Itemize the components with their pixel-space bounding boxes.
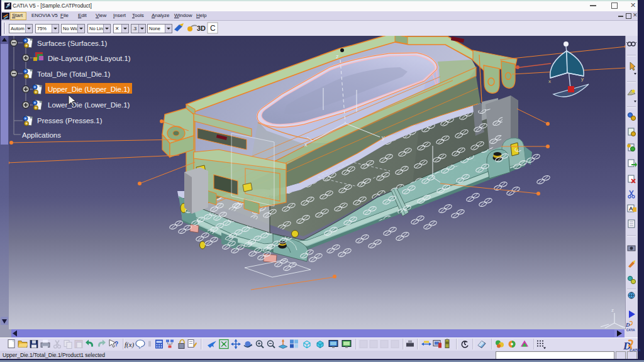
- svg-text:Lower_Die (Lower_Die.1): Lower_Die (Lower_Die.1): [48, 101, 130, 109]
- svg-text:Upper_Die (Upper_Die.1): Upper_Die (Upper_Die.1): [48, 85, 130, 93]
- svg-text:z: z: [336, 53, 339, 60]
- svg-text:z: z: [611, 307, 614, 313]
- svg-text:?: ?: [114, 341, 118, 348]
- svg-text:Die-Layout (Die-Layout.1): Die-Layout (Die-Layout.1): [48, 55, 131, 62]
- svg-text:f(x): f(x): [125, 341, 135, 349]
- svg-text:y: y: [581, 76, 584, 82]
- svg-text:CATIA: CATIA: [630, 348, 641, 352]
- svg-text:D: D: [625, 322, 630, 328]
- svg-text:Applications: Applications: [22, 131, 61, 139]
- svg-text:A: A: [629, 206, 633, 212]
- svg-text:CATIA: CATIA: [626, 329, 635, 332]
- svg-text:Surfaces (Surfaces.1): Surfaces (Surfaces.1): [37, 40, 107, 47]
- svg-text:x: x: [304, 141, 308, 148]
- svg-text:Total_Die (Total_Die.1): Total_Die (Total_Die.1): [37, 70, 111, 78]
- svg-text:Presses (Presses.1): Presses (Presses.1): [37, 117, 103, 124]
- svg-text:x: x: [548, 79, 551, 84]
- svg-text:y: y: [382, 134, 385, 141]
